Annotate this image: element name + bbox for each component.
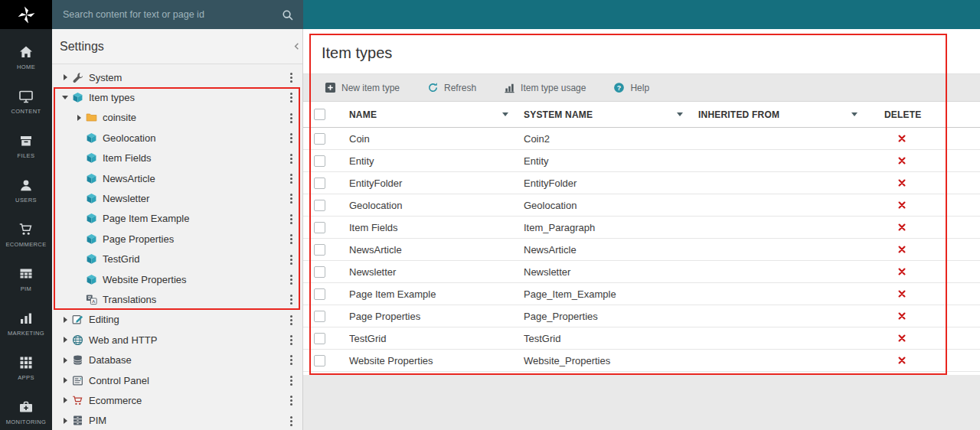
kebab-menu-icon[interactable] (290, 234, 292, 244)
row-checkbox[interactable] (314, 155, 325, 167)
kebab-menu-icon[interactable] (290, 335, 292, 345)
row-checkbox[interactable] (314, 222, 325, 233)
delete-x-icon[interactable] (897, 289, 906, 298)
tree-item-item-types[interactable]: Item types (52, 87, 302, 107)
table-row: Coin Coin2 (303, 128, 980, 150)
sort-dropdown-icon[interactable] (502, 112, 508, 116)
kebab-menu-icon[interactable] (290, 194, 292, 204)
column-header-system-name[interactable]: SYSTEM NAME (518, 102, 692, 127)
collapse-panel-icon[interactable] (292, 41, 302, 51)
tree-expand-icon[interactable] (60, 74, 70, 80)
tree-item-editing[interactable]: Editing (52, 310, 302, 330)
tree-item-geolocation[interactable]: Geolocation (52, 128, 302, 148)
column-header-delete[interactable]: DELETE (867, 102, 937, 127)
delete-x-icon[interactable] (897, 134, 906, 143)
tree-item-control-panel[interactable]: Control Panel (52, 370, 302, 390)
kebab-menu-icon[interactable] (290, 133, 292, 143)
refresh-button[interactable]: Refresh (427, 82, 476, 93)
delete-x-icon[interactable] (897, 200, 906, 210)
tree-expand-icon[interactable] (60, 357, 70, 363)
new-item-type-button[interactable]: New item type (325, 82, 400, 93)
kebab-menu-icon[interactable] (290, 396, 292, 406)
app-logo[interactable] (0, 0, 52, 29)
kebab-menu-icon[interactable] (290, 355, 292, 365)
delete-x-icon[interactable] (897, 311, 906, 321)
kebab-menu-icon[interactable] (290, 154, 292, 164)
kebab-menu-icon[interactable] (290, 315, 292, 325)
kebab-menu-icon[interactable] (290, 376, 292, 386)
delete-x-icon[interactable] (897, 178, 906, 187)
row-checkbox[interactable] (314, 288, 325, 300)
apps-icon (18, 355, 34, 370)
row-checkbox[interactable] (314, 355, 325, 366)
tree-item-page-item-example[interactable]: Page Item Example (52, 209, 302, 229)
delete-x-icon[interactable] (897, 334, 906, 343)
tree-expand-icon[interactable] (60, 418, 70, 424)
folder-icon (86, 112, 97, 123)
kebab-menu-icon[interactable] (290, 93, 292, 103)
tree-item-system[interactable]: System (52, 67, 302, 87)
tree-item-item-fields[interactable]: Item Fields (52, 148, 302, 168)
row-checkbox[interactable] (314, 266, 325, 278)
search-input[interactable] (52, 9, 282, 20)
tree-expand-icon[interactable] (60, 377, 70, 383)
delete-x-icon[interactable] (897, 156, 906, 165)
rail-item-monitoring[interactable]: MONITORING (0, 390, 52, 430)
tree-item-coinsite[interactable]: coinsite (52, 108, 302, 128)
sort-dropdown-icon[interactable] (677, 112, 683, 116)
rail-item-content[interactable]: CONTENT (0, 80, 52, 124)
row-checkbox[interactable] (314, 200, 325, 211)
row-checkbox[interactable] (314, 333, 325, 344)
select-all-checkbox[interactable] (314, 109, 325, 120)
tree-expand-icon[interactable] (60, 397, 70, 403)
kebab-menu-icon[interactable] (290, 73, 292, 83)
tree-item-database[interactable]: Database (52, 350, 302, 370)
rail-item-home[interactable]: HOME (0, 35, 52, 80)
row-checkbox[interactable] (314, 133, 325, 145)
row-checkbox[interactable] (314, 311, 325, 322)
kebab-menu-icon[interactable] (290, 295, 292, 305)
rail-item-pim[interactable]: PIM (0, 257, 52, 301)
table-row: Geolocation Geolocation (303, 194, 980, 217)
rail-item-files[interactable]: FILES (0, 124, 52, 168)
rail-item-marketing[interactable]: MARKETING (0, 301, 52, 346)
rail-item-apps[interactable]: APPS (0, 346, 52, 390)
tree-item-pim[interactable]: PIM (52, 411, 302, 430)
row-checkbox[interactable] (314, 178, 325, 189)
pim-cabinet-icon (72, 415, 83, 426)
cube-icon (86, 233, 97, 245)
settings-tree: System Item types coinsite Geolocation I… (52, 64, 302, 430)
search-icon[interactable] (282, 9, 293, 21)
help-button[interactable]: ? Help (613, 82, 649, 93)
control-panel-icon (72, 375, 83, 386)
column-header-name[interactable]: NAME (343, 102, 518, 127)
delete-x-icon[interactable] (897, 267, 906, 276)
delete-x-icon[interactable] (897, 245, 906, 254)
kebab-menu-icon[interactable] (290, 214, 292, 224)
kebab-menu-icon[interactable] (290, 416, 292, 426)
kebab-menu-icon[interactable] (290, 275, 292, 285)
rail-item-ecommerce[interactable]: ECOMMERCE (0, 213, 52, 257)
tree-item-newsarticle[interactable]: NewsArticle (52, 168, 302, 188)
rail-item-users[interactable]: USERS (0, 168, 52, 213)
tree-item-ecommerce[interactable]: Ecommerce (52, 390, 302, 410)
tree-item-testgrid[interactable]: TestGrid (52, 249, 302, 269)
tree-expand-icon[interactable] (60, 337, 70, 343)
tree-expand-icon[interactable] (60, 96, 70, 99)
kebab-menu-icon[interactable] (290, 113, 292, 123)
sort-dropdown-icon[interactable] (851, 112, 858, 116)
row-checkbox[interactable] (314, 244, 325, 256)
tree-item-website-properties[interactable]: Website Properties (52, 269, 302, 289)
kebab-menu-icon[interactable] (290, 174, 292, 184)
item-type-usage-button[interactable]: Item type usage (504, 82, 586, 93)
tree-item-web-and-http[interactable]: Web and HTTP (52, 330, 302, 350)
tree-item-newsletter[interactable]: Newsletter (52, 188, 302, 208)
tree-expand-icon[interactable] (74, 115, 84, 121)
tree-item-translations[interactable]: A Translations (52, 289, 302, 309)
kebab-menu-icon[interactable] (290, 255, 292, 265)
tree-expand-icon[interactable] (60, 317, 70, 323)
delete-x-icon[interactable] (897, 223, 906, 232)
tree-item-page-properties[interactable]: Page Properties (52, 229, 302, 249)
delete-x-icon[interactable] (897, 356, 906, 365)
column-header-inherited-from[interactable]: INHERITED FROM (692, 102, 867, 127)
